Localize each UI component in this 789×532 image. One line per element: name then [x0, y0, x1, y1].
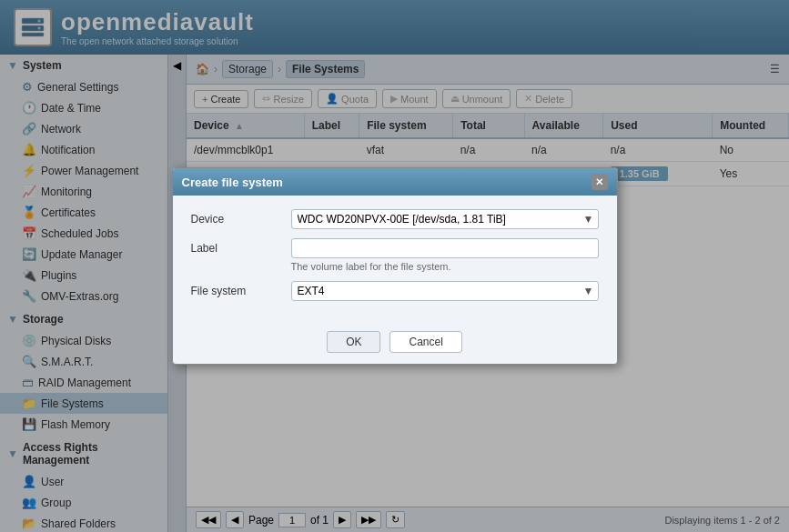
dialog-title: Create file system	[182, 176, 283, 189]
dialog-close-button[interactable]: ✕	[592, 174, 608, 190]
dialog-label-row: Label The volume label for the file syst…	[191, 238, 599, 272]
dialog-title-bar: Create file system ✕	[173, 168, 617, 196]
dialog-label-label: Label	[191, 238, 291, 255]
dialog-device-row: Device WDC WD20NPVX-00E [/dev/sda, 1.81 …	[191, 209, 599, 229]
dialog-ok-button[interactable]: OK	[327, 331, 380, 353]
dialog-label-input[interactable]	[291, 238, 599, 258]
dialog-filesystem-row: File system EXT4EXT3EXT2XFSJFSBTRFS ▼	[191, 281, 599, 301]
dialog-device-select[interactable]: WDC WD20NPVX-00E [/dev/sda, 1.81 TiB]	[291, 209, 599, 229]
create-filesystem-dialog: Create file system ✕ Device WDC WD20NPVX…	[172, 167, 618, 365]
dialog-filesystem-select[interactable]: EXT4EXT3EXT2XFSJFSBTRFS	[291, 281, 599, 301]
dialog-footer: OK Cancel	[173, 324, 617, 364]
dialog-device-label: Device	[191, 209, 291, 226]
dialog-body: Device WDC WD20NPVX-00E [/dev/sda, 1.81 …	[173, 196, 617, 324]
dialog-label-hint: The volume label for the file system.	[291, 261, 599, 272]
dialog-overlay: Create file system ✕ Device WDC WD20NPVX…	[0, 0, 789, 532]
dialog-device-select-wrapper: WDC WD20NPVX-00E [/dev/sda, 1.81 TiB] ▼	[291, 209, 599, 229]
dialog-filesystem-select-wrapper: EXT4EXT3EXT2XFSJFSBTRFS ▼	[291, 281, 599, 301]
dialog-cancel-button[interactable]: Cancel	[389, 331, 461, 353]
dialog-filesystem-label: File system	[191, 281, 291, 297]
